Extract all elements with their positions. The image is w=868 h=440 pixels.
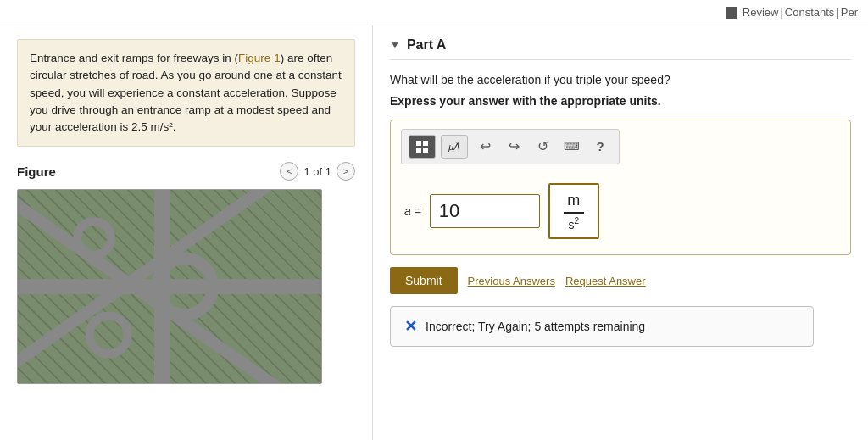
road-circle-2 — [73, 217, 115, 259]
part-title: Part A — [407, 37, 447, 53]
figure-link[interactable]: Figure 1 — [238, 52, 281, 64]
review-link[interactable]: Review — [743, 6, 779, 19]
submit-button[interactable]: Submit — [390, 267, 458, 294]
left-panel: Entrance and exit ramps for freeways in … — [0, 25, 373, 440]
review-icon — [726, 7, 737, 19]
road-circle-1 — [151, 253, 219, 320]
unit-denominator: s2 — [564, 216, 584, 231]
equation-label: a = — [404, 204, 421, 218]
part-arrow-icon: ▼ — [390, 39, 400, 51]
figure-count: 1 of 1 — [303, 165, 331, 178]
figure-image — [17, 189, 322, 384]
redo-button[interactable]: ↪ — [502, 135, 526, 159]
svg-rect-3 — [423, 148, 428, 153]
unit-box: m s2 — [548, 183, 599, 240]
figure-nav: < 1 of 1 > — [280, 162, 355, 181]
figure-next-button[interactable]: > — [337, 162, 355, 181]
unit-numerator: m — [564, 192, 584, 214]
figure-prev-button[interactable]: < — [280, 162, 298, 181]
equation-input[interactable] — [430, 194, 540, 228]
figure-label: Figure — [17, 164, 56, 179]
svg-rect-2 — [416, 148, 421, 153]
incorrect-message: Incorrect; Try Again; 5 attempts remaini… — [426, 320, 645, 333]
top-bar-links: Review | Constants | Per — [726, 6, 858, 19]
top-bar: Review | Constants | Per — [0, 0, 868, 25]
constants-link[interactable]: Constants — [785, 6, 835, 19]
figure-image-inner — [18, 190, 321, 383]
request-answer-button[interactable]: Request Answer — [565, 275, 646, 287]
per-text: Per — [841, 6, 858, 19]
separator-1: | — [780, 6, 782, 19]
unit-denom-text: s — [569, 217, 575, 231]
previous-answers-button[interactable]: Previous Answers — [468, 275, 555, 287]
grid-icon-button[interactable] — [409, 135, 436, 159]
main-content: Entrance and exit ramps for freeways in … — [0, 25, 868, 440]
svg-rect-1 — [423, 141, 428, 146]
incorrect-box: ✕ Incorrect; Try Again; 5 attempts remai… — [390, 306, 814, 347]
refresh-button[interactable]: ↺ — [531, 135, 554, 159]
problem-text-box: Entrance and exit ramps for freeways in … — [17, 39, 355, 147]
keyboard-button[interactable]: ⌨ — [559, 135, 583, 159]
part-header: ▼ Part A — [390, 37, 851, 60]
mu-button[interactable]: μÅ — [441, 135, 468, 159]
unit-exponent: 2 — [575, 216, 580, 226]
right-panel: ▼ Part A What will be the acceleration i… — [373, 25, 868, 440]
separator-2: | — [836, 6, 838, 19]
equation-toolbar: μÅ ↩ ↪ ↺ ⌨ ? — [401, 129, 620, 164]
equation-row: a = m s2 — [401, 176, 840, 247]
figure-header: Figure < 1 of 1 > — [17, 162, 355, 181]
express-instruction: Express your answer with the appropriate… — [390, 94, 851, 108]
svg-rect-0 — [416, 141, 421, 146]
question-text: What will be the acceleration if you tri… — [390, 72, 851, 89]
undo-button[interactable]: ↩ — [473, 135, 497, 159]
action-row: Submit Previous Answers Request Answer — [390, 267, 851, 294]
incorrect-icon: ✕ — [404, 317, 417, 336]
answer-box: μÅ ↩ ↪ ↺ ⌨ ? a = m s2 — [390, 120, 851, 256]
help-button[interactable]: ? — [588, 135, 612, 159]
road-circle-3 — [86, 312, 132, 359]
problem-text-intro: Entrance and exit ramps for freeways in … — [30, 52, 238, 64]
